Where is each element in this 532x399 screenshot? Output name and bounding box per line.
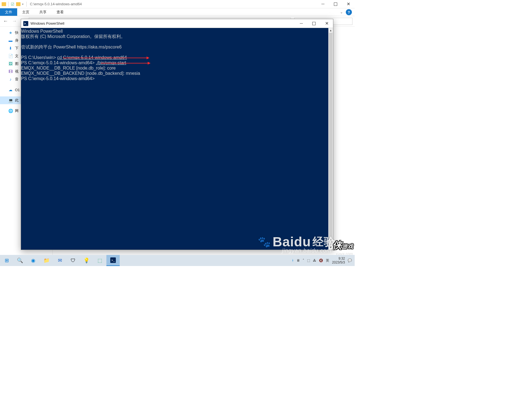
sidebar-item-label: 视: [15, 69, 19, 74]
help-button[interactable]: ?: [346, 9, 352, 15]
watermark-game: 侠游戏 xiayx.com: [332, 239, 353, 256]
explorer-titlebar: ☑ ▾ C:\emqx-5.0.14-windows-amd64 ✕: [0, 0, 355, 8]
terminal-output: Windows PowerShell 版权所有 (C) Microsoft Co…: [21, 29, 140, 81]
star-icon: ★: [8, 30, 13, 35]
pc-icon: 💻: [8, 98, 13, 103]
network-icon: 🌐: [8, 109, 13, 113]
tab-home[interactable]: 主页: [17, 8, 34, 16]
sidebar-item-label: 图: [15, 61, 19, 66]
network-icon[interactable]: 🖧: [313, 259, 316, 262]
notifications-icon[interactable]: 💬: [348, 259, 352, 262]
taskbar-app[interactable]: ⬚: [93, 255, 106, 266]
scroll-track[interactable]: [328, 33, 333, 245]
watermark-url: jingyan.baidu.com: [282, 247, 331, 254]
scroll-up-icon[interactable]: ▲: [328, 28, 333, 33]
taskbar: ⊞ 🔍 ◉ 📁 ✉ 🛡 💡 ⬚ >_ ᚼ 🖥 ˄ ⬚ 🖧 🔇 英 9:32202…: [0, 255, 355, 266]
start-button[interactable]: ⊞: [0, 255, 13, 266]
sidebar-item-label: 下: [15, 46, 19, 51]
video-icon: 🎞: [8, 69, 13, 74]
taskbar-app[interactable]: 💡: [80, 255, 93, 266]
sidebar-item-label: 网: [15, 108, 19, 113]
folder-icon: [2, 2, 6, 6]
window-controls: ✕: [295, 19, 333, 28]
scrollbar[interactable]: ▲ ▼: [328, 28, 333, 250]
system-tray: ᚼ 🖥 ˄ ⬚ 🖧 🔇 英 9:322023/5/3 💬: [292, 257, 355, 264]
check-icon[interactable]: ☑: [11, 2, 14, 6]
forward-button[interactable]: →: [11, 18, 18, 25]
sidebar-item-label: 文: [15, 53, 19, 58]
taskbar-explorer[interactable]: 📁: [40, 255, 53, 266]
volume-icon[interactable]: 🔇: [319, 259, 323, 262]
sidebar-item-label: 音: [15, 77, 19, 82]
watermark-baidu: 🐾 Baidu经验: [258, 234, 335, 249]
quick-access-toolbar: ☑ ▾: [0, 2, 25, 7]
back-button[interactable]: ←: [2, 18, 9, 25]
powershell-title: Windows PowerShell: [30, 21, 64, 25]
picture-icon: 🖼: [8, 62, 13, 66]
sidebar-item-label: 快: [15, 30, 19, 35]
close-button[interactable]: ✕: [342, 0, 355, 8]
separator: [8, 2, 9, 7]
separator: [26, 2, 27, 7]
terminal-body[interactable]: Windows PowerShell 版权所有 (C) Microsoft Co…: [21, 28, 333, 250]
scroll-thumb[interactable]: [329, 33, 332, 245]
annotation-arrow: [101, 63, 150, 63]
tab-file[interactable]: 文件: [0, 8, 17, 16]
maximize-button[interactable]: [329, 0, 342, 8]
qat-dropdown-icon[interactable]: ▾: [22, 3, 24, 6]
bluetooth-icon[interactable]: ᚼ: [292, 259, 294, 262]
maximize-button[interactable]: [308, 19, 320, 28]
cloud-icon: ☁: [8, 88, 13, 92]
annotation-arrow: [63, 58, 149, 58]
taskbar-search[interactable]: 🔍: [13, 255, 27, 266]
taskbar-powershell[interactable]: >_: [106, 255, 120, 266]
taskbar-edge[interactable]: ◉: [27, 255, 40, 266]
minimize-button[interactable]: [295, 19, 308, 28]
download-icon: ⬇: [8, 46, 13, 50]
ribbon-expand-icon[interactable]: ⌄: [338, 8, 345, 16]
folder-icon[interactable]: [16, 2, 21, 6]
sidebar-item-label: 身: [15, 38, 19, 43]
powershell-titlebar[interactable]: >_ Windows PowerShell ✕: [21, 19, 333, 28]
vm-icon[interactable]: ⬚: [307, 259, 310, 262]
document-icon: 📄: [8, 54, 13, 58]
sidebar-item-label: 此: [15, 98, 19, 103]
powershell-icon: >_: [23, 21, 28, 26]
taskbar-app[interactable]: 🛡: [66, 255, 80, 266]
powershell-window: >_ Windows PowerShell ✕ Windows PowerShe…: [21, 19, 333, 250]
minimize-button[interactable]: [316, 0, 329, 8]
paw-icon: 🐾: [258, 236, 271, 248]
tray-icon[interactable]: 🖥: [296, 259, 300, 262]
window-title: C:\emqx-5.0.14-windows-amd64: [30, 2, 82, 6]
close-button[interactable]: ✕: [320, 19, 333, 28]
taskbar-mail[interactable]: ✉: [53, 255, 66, 266]
music-icon: ♪: [8, 77, 13, 81]
sidebar-item-label: O1: [15, 88, 20, 92]
desktop-icon: ▬: [8, 38, 13, 43]
ime-indicator[interactable]: 英: [326, 258, 329, 263]
ribbon-tabs: 文件 主页 共享 查看 ⌄ ?: [0, 8, 355, 16]
window-controls: ✕: [316, 0, 355, 8]
clock[interactable]: 9:322023/5/3: [332, 257, 345, 264]
tab-share[interactable]: 共享: [34, 8, 52, 16]
tray-up-icon[interactable]: ˄: [303, 259, 304, 262]
tab-view[interactable]: 查看: [52, 8, 69, 16]
